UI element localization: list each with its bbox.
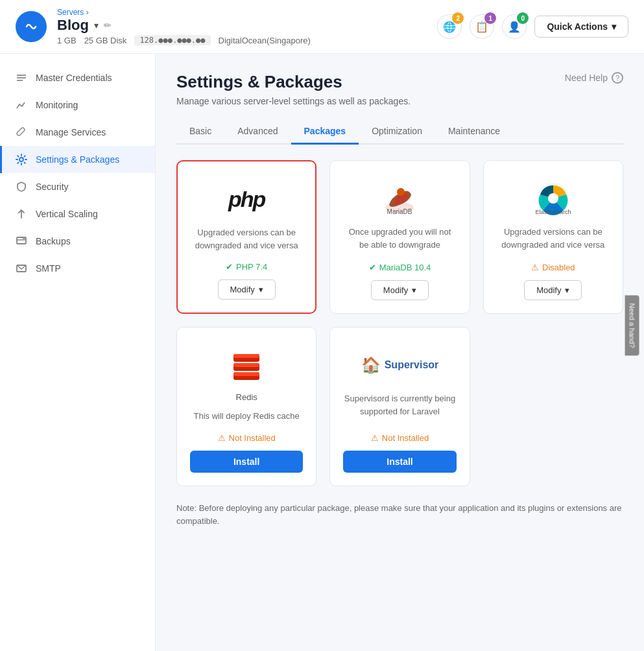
sidebar-item-manage-services[interactable]: Manage Services bbox=[0, 119, 155, 146]
server-provider: DigitalOcean(Singapore) bbox=[219, 36, 311, 45]
copy-badge-btn[interactable]: 📋 1 bbox=[470, 14, 494, 39]
compatibility-note: Note: Before deploying any particular pa… bbox=[176, 502, 623, 529]
sidebar-item-vertical-scaling[interactable]: Vertical Scaling bbox=[0, 200, 155, 228]
supervisor-description: Supervisord is currently being supported… bbox=[343, 392, 456, 423]
supervisor-header: 🏠 Supervisor bbox=[361, 356, 439, 374]
www-badge-count: 2 bbox=[452, 12, 464, 24]
server-name-row: Blog ▾ ✏ bbox=[57, 17, 311, 34]
elasticsearch-logo: ElasticSearch bbox=[535, 179, 571, 218]
tab-basic[interactable]: Basic bbox=[176, 119, 224, 145]
header-left: Servers › Blog ▾ ✏ 1 GB 25 GB Disk 128.●… bbox=[16, 8, 311, 45]
sidebar-item-smtp[interactable]: SMTP bbox=[0, 255, 155, 282]
elasticsearch-warn-icon: ⚠ bbox=[531, 263, 539, 272]
check-icon: ✔ bbox=[226, 262, 233, 272]
header-right: 🌐 2 📋 1 👤 0 Quick Actions ▾ bbox=[437, 14, 628, 39]
www-badge-btn[interactable]: 🌐 2 bbox=[437, 14, 462, 39]
mail-icon bbox=[15, 262, 28, 275]
main-content: Settings & Packages Need Help ? Manage v… bbox=[156, 54, 644, 651]
server-info: Servers › Blog ▾ ✏ 1 GB 25 GB Disk 128.●… bbox=[57, 8, 311, 45]
gear-icon bbox=[15, 153, 28, 166]
server-ram: 1 GB bbox=[57, 36, 77, 45]
elasticsearch-modify-chevron-icon: ▾ bbox=[565, 285, 569, 295]
supervisor-install-button[interactable]: Install bbox=[343, 451, 456, 473]
package-card-supervisor: 🏠 Supervisor Supervisord is currently be… bbox=[329, 327, 470, 486]
php-modify-button[interactable]: Modify ▾ bbox=[218, 279, 276, 300]
arrow-up-icon bbox=[15, 207, 28, 220]
package-card-mariadb: MariaDB Once upgraded you will not be ab… bbox=[329, 160, 470, 314]
need-a-hand-tab[interactable]: Need a hand? bbox=[625, 295, 639, 355]
svg-point-8 bbox=[24, 238, 25, 239]
mariadb-logo: MariaDB bbox=[381, 179, 418, 218]
mariadb-modify-chevron-icon: ▾ bbox=[412, 285, 416, 295]
quick-actions-label: Quick Actions bbox=[547, 21, 608, 32]
chevron-down-icon[interactable]: ▾ bbox=[94, 20, 99, 30]
edit-icon[interactable]: ✏ bbox=[104, 20, 112, 30]
sidebar-label-settings-packages: Settings & Packages bbox=[36, 154, 119, 165]
supervisor-warn-icon: ⚠ bbox=[371, 433, 379, 443]
tabs: Basic Advanced Packages Optimization Mai… bbox=[176, 119, 623, 145]
php-status: ✔ PHP 7.4 bbox=[226, 262, 267, 272]
svg-rect-21 bbox=[233, 372, 259, 376]
redis-warn-icon: ⚠ bbox=[218, 433, 226, 443]
wrench-icon bbox=[15, 126, 28, 139]
user-badge-count: 0 bbox=[517, 12, 529, 24]
header: Servers › Blog ▾ ✏ 1 GB 25 GB Disk 128.●… bbox=[0, 0, 644, 54]
sidebar-label-smtp: SMTP bbox=[36, 263, 61, 274]
server-ip: 128.●●●.●●●.●● bbox=[134, 35, 210, 45]
quick-actions-button[interactable]: Quick Actions ▾ bbox=[534, 16, 628, 38]
package-card-php: php Upgraded versions can be downgraded … bbox=[176, 160, 316, 314]
sidebar-item-backups[interactable]: Backups bbox=[0, 228, 155, 255]
elasticsearch-modify-button[interactable]: Modify ▾ bbox=[524, 280, 582, 300]
tab-packages[interactable]: Packages bbox=[291, 119, 359, 145]
page-header: Settings & Packages Need Help ? bbox=[176, 72, 623, 92]
sidebar-label-monitoring: Monitoring bbox=[36, 100, 78, 110]
mariadb-modify-button[interactable]: Modify ▾ bbox=[371, 280, 429, 300]
shield-icon bbox=[15, 180, 28, 193]
sidebar-label-master-credentials: Master Credentials bbox=[36, 73, 112, 83]
sidebar-label-vertical-scaling: Vertical Scaling bbox=[36, 209, 98, 219]
php-logo-text: php bbox=[228, 187, 265, 212]
user-badge-btn[interactable]: 👤 0 bbox=[502, 14, 527, 39]
redis-description: This will deploy Redis cache bbox=[194, 410, 300, 423]
redis-svg-icon bbox=[227, 349, 266, 381]
redis-logo bbox=[227, 346, 266, 385]
sidebar-label-security: Security bbox=[36, 182, 69, 192]
sidebar-item-settings-packages[interactable]: Settings & Packages bbox=[0, 146, 155, 173]
server-meta: 1 GB 25 GB Disk 128.●●●.●●●.●● DigitalOc… bbox=[57, 35, 311, 45]
sidebar-item-master-credentials[interactable]: Master Credentials bbox=[0, 64, 155, 91]
sidebar: Master Credentials Monitoring Manage Ser… bbox=[0, 54, 156, 651]
redis-install-button[interactable]: Install bbox=[190, 451, 303, 473]
app-logo bbox=[16, 11, 47, 42]
svg-point-14 bbox=[548, 193, 558, 204]
php-modify-chevron-icon: ▾ bbox=[259, 285, 263, 294]
mariadb-status: ✔ MariaDB 10.4 bbox=[369, 263, 431, 272]
need-help-label: Need Help bbox=[565, 73, 608, 83]
page-title: Settings & Packages bbox=[176, 72, 342, 92]
svg-point-7 bbox=[23, 238, 24, 239]
breadcrumb[interactable]: Servers › bbox=[57, 8, 311, 17]
sidebar-item-monitoring[interactable]: Monitoring bbox=[0, 91, 155, 119]
sidebar-item-security[interactable]: Security bbox=[0, 173, 155, 200]
tab-maintenance[interactable]: Maintenance bbox=[435, 119, 513, 145]
svg-rect-19 bbox=[233, 363, 259, 367]
sidebar-label-manage-services: Manage Services bbox=[36, 127, 106, 137]
php-logo: php bbox=[228, 180, 265, 219]
need-help-link[interactable]: Need Help ? bbox=[565, 72, 623, 84]
tab-advanced[interactable]: Advanced bbox=[224, 119, 291, 145]
package-card-elasticsearch: ElasticSearch Upgraded versions can be d… bbox=[483, 160, 623, 314]
server-disk: 25 GB Disk bbox=[84, 36, 127, 45]
svg-point-11 bbox=[397, 188, 405, 196]
svg-point-4 bbox=[19, 158, 23, 161]
quick-actions-chevron-icon: ▾ bbox=[612, 21, 616, 32]
tab-optimization[interactable]: Optimization bbox=[359, 119, 435, 145]
svg-text:MariaDB: MariaDB bbox=[387, 208, 412, 215]
svg-text:ElasticSearch: ElasticSearch bbox=[535, 209, 571, 215]
layout: Master Credentials Monitoring Manage Ser… bbox=[0, 54, 644, 651]
backup-icon bbox=[15, 235, 28, 248]
help-circle-icon: ? bbox=[612, 72, 623, 84]
supervisor-logo: 🏠 Supervisor bbox=[361, 346, 439, 385]
page-subtitle: Manage various server-level settings as … bbox=[176, 96, 623, 106]
php-description: Upgraded versions can be downgraded and … bbox=[191, 226, 302, 252]
supervisor-name-inline: Supervisor bbox=[385, 359, 439, 371]
sidebar-label-backups: Backups bbox=[36, 236, 71, 246]
